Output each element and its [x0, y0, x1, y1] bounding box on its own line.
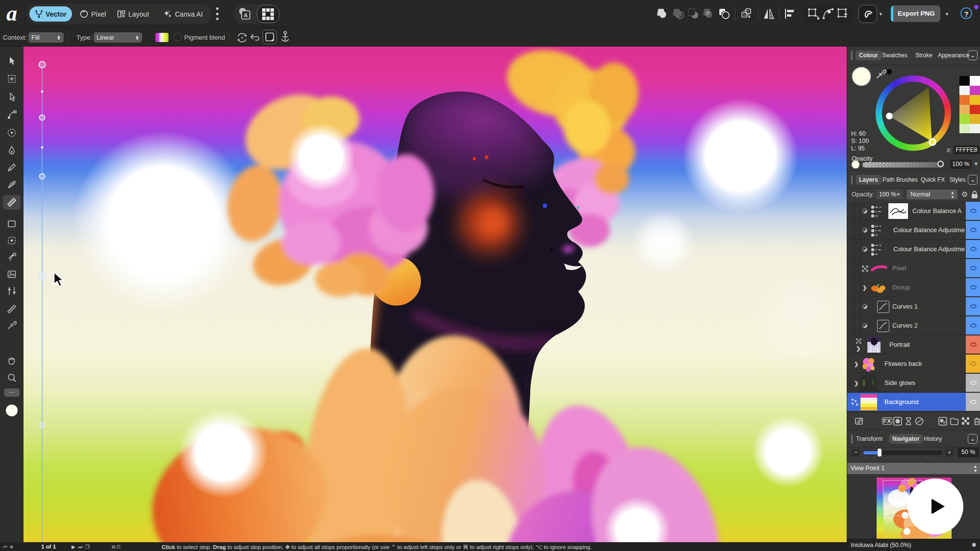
- svg-text:A: A: [244, 12, 248, 18]
